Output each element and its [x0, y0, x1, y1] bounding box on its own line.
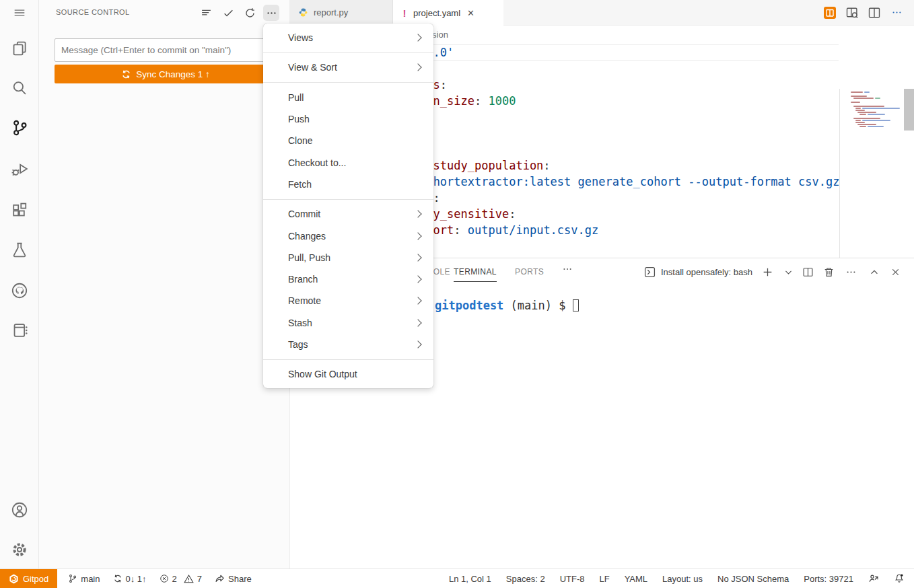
terminal-task-label: Install opensafely: bash — [661, 267, 752, 277]
source-control-icon[interactable] — [9, 117, 30, 139]
more-terminal-actions-icon[interactable] — [845, 266, 857, 279]
tab-report-py[interactable]: report.py — [290, 0, 393, 25]
more-panel-tabs-icon[interactable] — [562, 264, 573, 274]
encoding-item[interactable]: UTF-8 — [560, 574, 585, 584]
menu-item-label: Checkout to... — [288, 157, 423, 168]
tab-project-yaml[interactable]: ! project.yaml ✕ — [393, 0, 503, 26]
menu-item-pull-push[interactable]: Pull, Push — [263, 247, 433, 268]
menu-item-fetch[interactable]: Fetch — [263, 174, 433, 195]
warning-icon — [184, 574, 194, 584]
maximize-panel-chevron-icon[interactable] — [868, 266, 880, 279]
gitpod-status-badge[interactable]: Gitpod — [0, 569, 57, 588]
panel-tab-ports[interactable]: PORTS — [515, 267, 544, 281]
terminal-dropdown-chevron-icon[interactable] — [782, 266, 795, 279]
menu-item-label: Show Git Output — [288, 369, 423, 379]
menu-item-views[interactable]: Views — [263, 27, 433, 48]
problems-status-item[interactable]: 2 7 — [160, 574, 202, 584]
sync-icon — [113, 574, 122, 583]
editor-scrollbar[interactable] — [904, 89, 914, 131]
menu-item-push[interactable]: Push — [263, 108, 433, 130]
menu-item-pull[interactable]: Pull — [263, 87, 433, 108]
commit-message-input[interactable] — [55, 38, 277, 62]
terminal-prompt[interactable]: gitpodtest (main) $ — [435, 299, 579, 312]
sidebar-title: SOURCE CONTROL — [56, 8, 130, 16]
notebook-icon[interactable] — [9, 320, 30, 341]
table-editor-icon[interactable] — [823, 6, 837, 20]
menu-item-tags[interactable]: Tags — [263, 334, 433, 355]
ports-item[interactable]: Ports: 39721 — [804, 574, 853, 584]
feedback-icon[interactable] — [868, 573, 879, 584]
menu-item-show-git-output[interactable]: Show Git Output — [263, 363, 433, 385]
submenu-chevron-icon — [414, 319, 421, 326]
terminal-prompt-rest: (main) $ — [503, 299, 572, 312]
menu-item-stash[interactable]: Stash — [263, 312, 433, 334]
menu-item-view-sort[interactable]: View & Sort — [263, 57, 433, 78]
split-editor-icon[interactable] — [868, 6, 881, 20]
new-terminal-icon[interactable] — [761, 266, 774, 279]
close-tab-icon[interactable]: ✕ — [467, 8, 474, 18]
close-panel-icon[interactable] — [889, 266, 902, 279]
settings-gear-icon[interactable] — [9, 539, 30, 560]
minimap-row — [851, 100, 903, 101]
sync-changes-button[interactable]: Sync Changes 1 ↑ — [55, 65, 277, 83]
panel-tab-terminal[interactable]: TERMINAL — [454, 267, 497, 282]
menu-item-branch[interactable]: Branch — [263, 268, 433, 290]
terminal-task[interactable]: Install opensafely: bash — [644, 266, 752, 278]
minimap-row — [855, 122, 903, 123]
commit-check-icon[interactable] — [220, 5, 236, 21]
indentation-item[interactable]: Spaces: 2 — [506, 574, 545, 584]
sync-icon — [121, 69, 131, 79]
explorer-icon[interactable] — [9, 38, 30, 59]
minimap[interactable] — [839, 89, 903, 258]
submenu-chevron-icon — [414, 232, 421, 240]
eol-item[interactable]: LF — [599, 574, 609, 584]
extensions-icon[interactable] — [9, 199, 30, 221]
notifications-bell-icon[interactable] — [894, 573, 905, 584]
menu-item-clone[interactable]: Clone — [263, 130, 433, 151]
search-icon[interactable] — [9, 77, 30, 99]
view-as-list-icon[interactable] — [198, 5, 214, 21]
menu-item-label: Commit — [288, 209, 415, 219]
account-icon[interactable] — [9, 499, 30, 521]
run-debug-icon[interactable] — [9, 158, 30, 180]
menu-item-changes[interactable]: Changes — [263, 225, 433, 246]
minimap-row — [859, 126, 903, 127]
split-terminal-icon[interactable] — [802, 266, 814, 279]
status-bar: Gitpod main 0↓ 1↑ 2 7 Share Ln 1, Col 1 … — [0, 568, 914, 588]
context-menu: ViewsView & SortPullPushCloneCheckout to… — [263, 24, 433, 388]
tab-label: report.py — [314, 7, 348, 17]
editor-actions — [823, 0, 914, 25]
minimap-row — [857, 112, 903, 113]
minimap-row — [851, 104, 903, 105]
share-status-item[interactable]: Share — [215, 574, 252, 584]
branch-status-item[interactable]: main — [68, 574, 100, 584]
menu-item-checkout-to[interactable]: Checkout to... — [263, 151, 433, 173]
submenu-chevron-icon — [414, 275, 421, 283]
open-changes-icon[interactable] — [845, 6, 859, 20]
submenu-chevron-icon — [414, 34, 421, 41]
kill-terminal-trash-icon[interactable] — [822, 266, 835, 279]
sync-status-item[interactable]: 0↓ 1↑ — [113, 574, 147, 584]
cursor-position-item[interactable]: Ln 1, Col 1 — [449, 574, 491, 584]
minimap-row — [855, 108, 903, 109]
minimap-row — [859, 114, 903, 115]
menu-item-label: Push — [288, 114, 423, 124]
testing-beaker-icon[interactable] — [9, 239, 30, 260]
refresh-icon[interactable] — [242, 5, 258, 21]
branch-icon — [68, 574, 77, 583]
keyboard-layout-item[interactable]: Layout: us — [662, 574, 703, 584]
more-actions-icon[interactable] — [263, 5, 279, 21]
language-mode-item[interactable]: YAML — [625, 574, 647, 584]
json-schema-item[interactable]: No JSON Schema — [717, 574, 789, 584]
minimap-row — [857, 124, 903, 125]
menu-item-label: Changes — [288, 231, 415, 242]
more-editor-actions-icon[interactable] — [890, 6, 903, 20]
menu-item-commit[interactable]: Commit — [263, 203, 433, 225]
menu-item-label: Stash — [288, 318, 415, 328]
menu-item-remote[interactable]: Remote — [263, 290, 433, 311]
menu-icon[interactable] — [9, 2, 30, 24]
github-icon[interactable] — [9, 280, 30, 301]
tab-label: project.yaml — [413, 8, 460, 18]
menu-item-label: Branch — [288, 274, 415, 285]
gitpod-label: Gitpod — [23, 574, 48, 584]
